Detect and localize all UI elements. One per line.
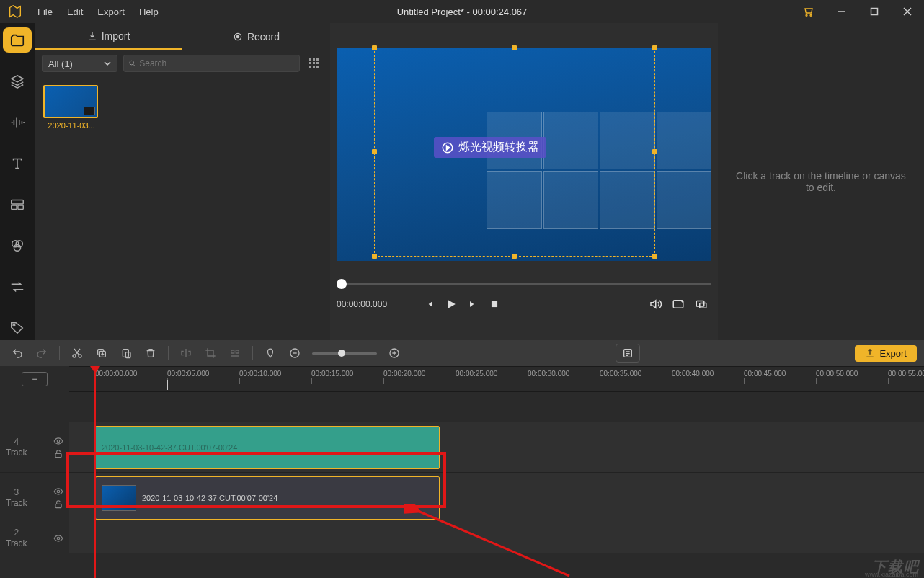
playback-time: 00:00:00.000 [337, 299, 387, 309]
add-track-button[interactable]: ＋ [0, 366, 69, 392]
ruler-tick: 00:00:45.000 [744, 370, 786, 378]
zoom-slider[interactable] [312, 352, 377, 355]
text-icon[interactable] [3, 151, 32, 176]
chevron-down-icon [104, 60, 111, 67]
ruler-tick: 00:00:35.000 [600, 370, 641, 378]
svg-rect-21 [316, 62, 319, 64]
delete-button[interactable] [141, 343, 161, 363]
cut-button[interactable] [67, 343, 87, 363]
timeline-toolbar: Export [0, 340, 924, 366]
preview-canvas[interactable]: 烁光视频转换器 [337, 48, 711, 261]
ruler-tick: 00:00:50.000 [816, 370, 858, 378]
ruler-tick: 00:00:05.000 [167, 370, 209, 378]
track-label: Track [6, 448, 27, 458]
crop-button[interactable] [200, 343, 221, 363]
zoom-out-button[interactable] [285, 343, 305, 363]
svg-rect-7 [12, 205, 17, 209]
snapshot-icon[interactable] [668, 294, 688, 314]
volume-icon[interactable] [645, 294, 665, 314]
timeline: ＋ 00:00:00.000 00:00:05.000 00:00:10.000… [0, 366, 924, 578]
stop-button[interactable] [484, 294, 505, 314]
preview-panel: 烁光视频转换器 00:00:00.000 [330, 23, 718, 340]
search-field[interactable] [139, 58, 295, 68]
transitions-icon[interactable] [3, 274, 32, 299]
timeline-clip-green[interactable]: 2020-11-03-10-42-37.CUT.00'07-00'24 [95, 426, 440, 469]
undo-button[interactable] [7, 343, 27, 363]
svg-point-1 [810, 14, 812, 16]
ruler-tick: 00:00:40.000 [672, 370, 714, 378]
svg-point-10 [16, 240, 22, 246]
import-tab-label: Import [102, 30, 130, 42]
cart-icon[interactable] [791, 0, 825, 23]
clip-thumbnail-small [102, 485, 136, 511]
menu-edit[interactable]: Edit [60, 0, 90, 23]
playback-slider[interactable] [337, 283, 711, 285]
ruler-marker [167, 380, 168, 390]
play-button[interactable] [441, 294, 461, 314]
svg-rect-24 [316, 66, 319, 68]
time-ruler[interactable]: 00:00:00.000 00:00:05.000 00:00:10.000 0… [69, 366, 924, 392]
svg-rect-36 [236, 350, 239, 353]
lock-icon[interactable] [53, 449, 63, 459]
svg-rect-6 [12, 200, 24, 204]
lock-icon[interactable] [53, 499, 63, 510]
record-tab[interactable]: Record [182, 23, 330, 50]
svg-rect-18 [316, 58, 319, 61]
svg-rect-29 [700, 303, 706, 308]
audio-icon[interactable] [3, 110, 32, 135]
track-label: Track [6, 498, 27, 508]
marker-tool-button[interactable] [225, 343, 245, 363]
eye-icon[interactable] [53, 436, 63, 446]
media-library-icon[interactable] [3, 27, 32, 53]
redo-button[interactable] [32, 343, 52, 363]
search-input[interactable] [123, 55, 300, 72]
track-row-2: 2Track [0, 523, 924, 553]
eye-icon[interactable] [53, 533, 63, 543]
menu-help[interactable]: Help [132, 0, 166, 23]
playhead[interactable] [94, 366, 96, 578]
selection-rect[interactable] [374, 48, 655, 257]
copy-button[interactable] [92, 343, 112, 363]
media-filter-select[interactable]: All (1) [42, 55, 117, 72]
templates-icon[interactable] [3, 192, 32, 217]
paste-button[interactable] [116, 343, 136, 363]
svg-rect-19 [309, 62, 311, 64]
svg-rect-3 [871, 9, 878, 15]
close-button[interactable] [891, 0, 924, 23]
svg-point-0 [806, 14, 807, 16]
import-icon [87, 31, 97, 41]
properties-panel: Click a track on the timeline or canvas … [718, 23, 924, 340]
media-filter-label: All (1) [48, 58, 73, 69]
split-button[interactable] [176, 343, 196, 363]
timeline-clip-video[interactable]: 2020-11-03-10-42-37.CUT.00'07-00'24 [95, 476, 440, 520]
app-logo [0, 0, 30, 23]
import-tab[interactable]: Import [35, 23, 182, 50]
svg-rect-17 [313, 58, 315, 61]
side-toolbar [0, 23, 35, 340]
svg-rect-20 [313, 62, 315, 64]
prev-frame-button[interactable] [419, 294, 440, 314]
track-row-4: 4Track 2020-11-03-10-42-37.CUT.00'07-00'… [0, 422, 924, 473]
minimize-button[interactable] [825, 0, 858, 23]
effects-icon[interactable] [3, 233, 32, 258]
ruler-tick: 00:00:20.000 [383, 370, 425, 378]
grid-view-icon[interactable] [306, 55, 323, 72]
svg-point-42 [57, 490, 60, 493]
media-clip[interactable]: 2020-11-03... [43, 85, 99, 130]
next-frame-button[interactable] [463, 294, 483, 314]
zoom-in-button[interactable] [384, 343, 404, 363]
ruler-tick: 00:00:15.000 [311, 370, 353, 378]
marker-button[interactable] [260, 343, 280, 363]
menu-export[interactable]: Export [90, 0, 132, 23]
export-button[interactable]: Export [855, 345, 917, 362]
fullscreen-icon[interactable] [691, 294, 711, 314]
menu-file[interactable]: File [30, 0, 60, 23]
eye-icon[interactable] [53, 486, 63, 497]
maximize-button[interactable] [858, 0, 891, 23]
svg-rect-41 [55, 453, 61, 457]
svg-rect-8 [18, 205, 23, 209]
svg-rect-23 [313, 66, 315, 68]
layers-icon[interactable] [3, 68, 32, 94]
timeline-settings-button[interactable] [616, 344, 640, 363]
tags-icon[interactable] [3, 315, 32, 340]
